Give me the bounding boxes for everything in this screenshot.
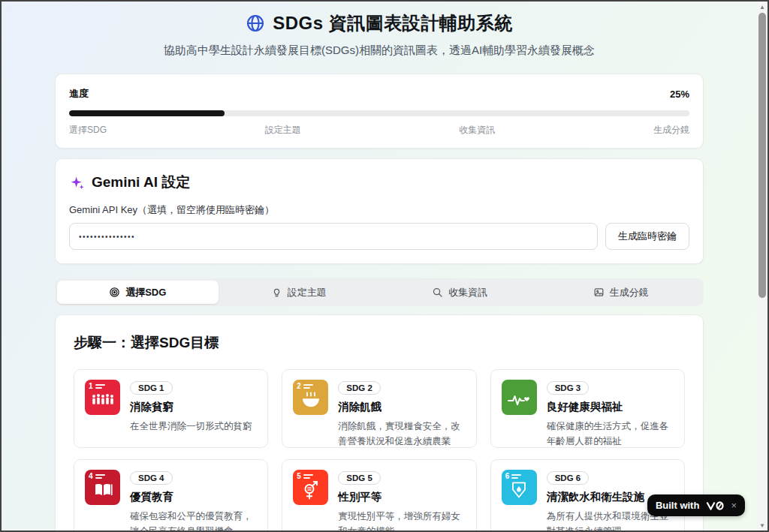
sdg-badge: SDG 3 xyxy=(547,381,590,395)
people-icon xyxy=(91,393,115,407)
search-icon xyxy=(432,287,443,298)
close-icon[interactable]: × xyxy=(731,500,737,510)
progress-bar xyxy=(69,110,689,116)
tab-label: 設定主題 xyxy=(288,286,327,299)
tab-label: 選擇SDG xyxy=(125,286,166,299)
progress-step-collect-info: 收集資訊 xyxy=(459,124,495,137)
gender-icon xyxy=(302,481,320,500)
api-key-label: Gemini API Key（選填，留空將使用臨時密鑰） xyxy=(69,203,689,217)
sdg-tile-number: 1 xyxy=(89,383,93,390)
sdg-badge: SDG 1 xyxy=(130,381,173,395)
target-icon xyxy=(109,287,120,298)
sdg-tile-number: 2 xyxy=(297,383,301,390)
sdg-description: 在全世界消除一切形式的貧窮 xyxy=(130,419,257,434)
page-title: SDGs 資訊圖表設計輔助系統 xyxy=(273,11,513,35)
sdg-card-3[interactable]: SDG 3 良好健康與福祉 確保健康的生活方式，促進各年齡層人群的福祉 xyxy=(490,369,685,448)
page-subtitle: 協助高中學生設計永續發展目標(SDGs)相關的資訊圖表，透過AI輔助學習永續發展… xyxy=(2,44,757,58)
main-viewport: SDGs 資訊圖表設計輔助系統 協助高中學生設計永續發展目標(SDGs)相關的資… xyxy=(2,2,757,530)
sdg-card-1[interactable]: 1 xyxy=(74,369,268,448)
sdg-description: 消除飢餓，實現糧食安全，改善營養狀況和促進永續農業 xyxy=(338,419,465,449)
sdg-title: 消除貧窮 xyxy=(130,400,257,414)
sdg-badge: SDG 4 xyxy=(130,471,173,485)
sdg-tile-number: 5 xyxy=(297,473,301,480)
sdg-grid: 1 xyxy=(74,369,685,530)
sdg-title: 優質教育 xyxy=(130,490,257,504)
progress-step-generate-storyboard: 生成分鏡 xyxy=(653,124,689,137)
sdg-badge: SDG 6 xyxy=(547,471,590,485)
v0-logo-icon xyxy=(706,501,724,510)
progress-bar-fill xyxy=(69,110,225,116)
scrollbar-thumb[interactable] xyxy=(758,13,766,298)
step-one-title: 步驟一：選擇SDG目標 xyxy=(74,333,685,353)
sdg5-tile-icon: 5 xyxy=(293,470,328,505)
sdg-title: 性別平等 xyxy=(338,490,465,504)
tab-label: 生成分鏡 xyxy=(610,286,649,299)
app-header: SDGs 資訊圖表設計輔助系統 協助高中學生設計永續發展目標(SDGs)相關的資… xyxy=(2,2,757,58)
tab-set-topic[interactable]: 設定主題 xyxy=(219,281,380,304)
bowl-icon xyxy=(301,392,321,409)
sdg-card-5[interactable]: 5 SDG 5 xyxy=(282,459,476,530)
progress-percent: 25% xyxy=(670,89,689,100)
storyboard-icon xyxy=(593,287,605,298)
sdg-card-2[interactable]: 2 SDG 2 xyxy=(282,369,476,448)
tab-generate-storyboard[interactable]: 生成分鏡 xyxy=(541,281,702,304)
built-with-text: Built with xyxy=(656,500,700,511)
progress-card: 進度 25% 選擇SDG 設定主題 收集資訊 生成分鏡 xyxy=(55,74,704,149)
sdg-title: 良好健康與福祉 xyxy=(547,400,674,414)
sdg4-tile-icon: 4 xyxy=(85,470,120,505)
tab-label: 收集資訊 xyxy=(448,286,487,299)
sdg-description: 確保包容和公平的優質教育，讓全民享有終身學習機會 xyxy=(130,509,257,530)
sdg1-tile-icon: 1 xyxy=(85,380,120,415)
sdg2-tile-icon: 2 xyxy=(293,380,328,415)
sdg-description: 實現性別平等，增強所有婦女和女童的權能 xyxy=(338,509,465,530)
heartbeat-icon xyxy=(508,393,530,407)
app-window: SDGs 資訊圖表設計輔助系統 協助高中學生設計永續發展目標(SDGs)相關的資… xyxy=(0,0,769,532)
book-icon xyxy=(93,483,113,498)
step-one-section: 步驟一：選擇SDG目標 1 xyxy=(55,314,704,530)
lightbulb-icon xyxy=(271,287,282,298)
vertical-scrollbar[interactable]: ▲ ▼ xyxy=(757,2,767,530)
api-key-input[interactable] xyxy=(69,223,598,250)
sdg-description: 確保健康的生活方式，促進各年齡層人群的福祉 xyxy=(547,419,674,449)
progress-label: 進度 xyxy=(69,87,89,101)
globe-icon xyxy=(246,14,265,33)
built-with-v0-badge[interactable]: Built with × xyxy=(647,494,745,516)
sdg-tile-number: 4 xyxy=(89,473,93,480)
sdg3-tile-icon xyxy=(502,380,537,415)
sdg-tile-number: 6 xyxy=(505,473,510,480)
step-tabs: 選擇SDG 設定主題 收集資訊 xyxy=(55,278,704,306)
tab-select-sdg[interactable]: 選擇SDG xyxy=(57,281,219,304)
scrollbar-up-arrow[interactable]: ▲ xyxy=(757,2,767,12)
progress-step-select-sdg: 選擇SDG xyxy=(69,124,107,137)
tab-collect-info[interactable]: 收集資訊 xyxy=(379,281,541,304)
sdg-card-4[interactable]: 4 SDG 4 優質教育 確保包容和公平的優質教育，讓全民享有終身學習機會 xyxy=(74,459,268,530)
sdg-badge: SDG 5 xyxy=(338,471,381,485)
generate-temp-key-button[interactable]: 生成臨時密鑰 xyxy=(605,223,689,250)
progress-step-set-topic: 設定主題 xyxy=(265,124,301,137)
water-icon xyxy=(510,482,528,500)
gemini-settings-title: Gemini AI 設定 xyxy=(92,173,190,192)
gemini-settings-card: Gemini AI 設定 Gemini API Key（選填，留空將使用臨時密鑰… xyxy=(55,158,704,264)
sparkles-icon xyxy=(69,175,85,191)
scrollbar-down-arrow[interactable]: ▼ xyxy=(757,520,767,530)
sdg-badge: SDG 2 xyxy=(338,381,381,395)
sdg6-tile-icon: 6 xyxy=(502,470,537,505)
sdg-title: 消除飢餓 xyxy=(338,400,465,414)
